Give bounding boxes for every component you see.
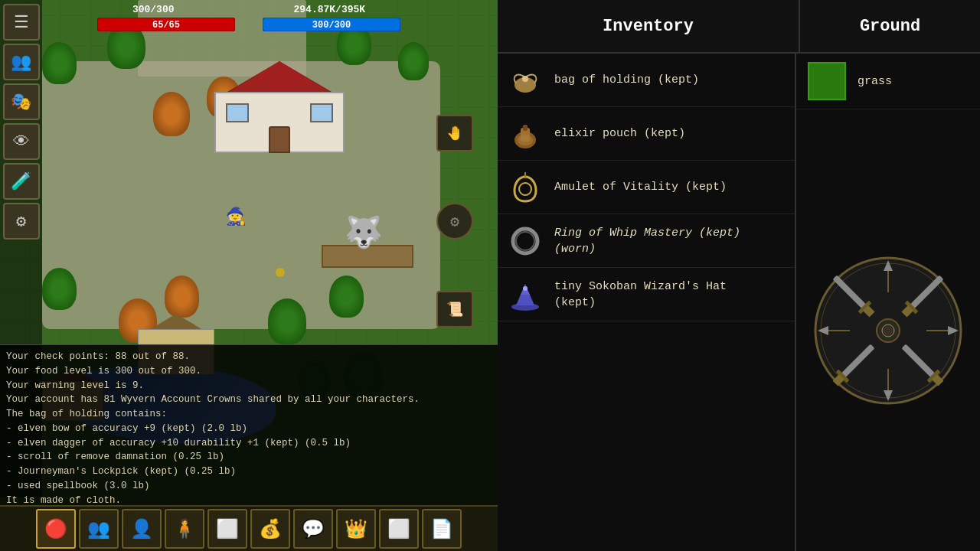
svg-point-7: [519, 183, 531, 195]
inventory-list: bag of holding (kept) elixir pouch (kept…: [498, 54, 796, 551]
bottom-icon-group[interactable]: 👥: [79, 509, 119, 549]
item-indicator: [276, 268, 285, 277]
log-line-10: - used spellbook (3.0 lb): [6, 479, 492, 494]
game-panel: 🧙 🐺 ⚙ 🤚 📜 300/300 294.87K/395K 65/65: [0, 0, 498, 551]
item-name-ring: Ring of Whip Mastery (kept)(worn): [554, 225, 740, 257]
log-line-2: Your food level is 300 out of 300.: [6, 364, 492, 379]
hand-item[interactable]: 🤚: [436, 115, 473, 152]
bottom-icon-gold[interactable]: 💰: [250, 509, 290, 549]
scroll-item[interactable]: 📜: [436, 291, 473, 328]
mana-text: 300/300: [263, 18, 400, 32]
bottom-icon-scroll[interactable]: 📄: [422, 509, 462, 549]
item-name-hat: tiny Sokoban Wizard's Hat(kept): [554, 279, 727, 311]
bottom-icon-crown[interactable]: 👑: [336, 509, 376, 549]
sidebar-icon-settings[interactable]: ⚙: [3, 203, 40, 240]
compass: [812, 254, 965, 407]
sidebar-icon-mask[interactable]: 🎭: [3, 83, 40, 120]
log-line-8: - scroll of remove damnation (0.25 lb): [6, 450, 492, 465]
item-name-bag: bag of holding (kept): [554, 72, 699, 88]
svg-point-9: [516, 232, 534, 250]
top-right-stat: 294.87K/395K: [293, 4, 365, 15]
resource-row-top: 300/300 294.87K/395K: [132, 4, 365, 15]
inventory-item-1[interactable]: elixir pouch (kept): [498, 107, 795, 161]
sidebar-icon-menu[interactable]: ☰: [3, 4, 40, 41]
log-line-9: - Journeyman's Lockpick (kept) (0.25 lb): [6, 465, 492, 479]
ground-panel: grass: [796, 54, 980, 551]
bottom-bar: 🔴 👥 👤 🧍 ⬜ 💰 💬 👑 ⬜ 📄: [0, 505, 498, 551]
item-icon-bag: [507, 62, 544, 99]
panels-content: bag of holding (kept) elixir pouch (kept…: [498, 54, 980, 551]
ground-item-grass[interactable]: grass: [796, 54, 980, 109]
panel-headers: Inventory Ground: [498, 0, 980, 54]
resource-row-bars: 65/65 300/300: [97, 18, 400, 31]
sidebar-icon-potion[interactable]: 🧪: [3, 163, 40, 200]
bottom-icon-person[interactable]: 👤: [122, 509, 162, 549]
log-line-5: The bag of holding contains:: [6, 407, 492, 422]
inventory-item-4[interactable]: tiny Sokoban Wizard's Hat(kept): [498, 268, 795, 321]
sidebar-icon-eye[interactable]: 👁: [3, 123, 40, 160]
inventory-item-2[interactable]: Amulet of Vitality (kept): [498, 161, 795, 214]
svg-rect-4: [523, 125, 528, 131]
log-line-7: - elven dagger of accuracy +10 durabilit…: [6, 436, 492, 451]
gear-item[interactable]: ⚙: [436, 203, 473, 240]
ground-header: Ground: [800, 0, 980, 52]
item-icon-ring: [507, 223, 544, 259]
log-line-4: Your account has 81 Wyvern Account Crown…: [6, 393, 492, 407]
inventory-item-0[interactable]: bag of holding (kept): [498, 54, 795, 107]
log-line-6: - elven bow of accuracy +9 (kept) (2.0 l…: [6, 422, 492, 436]
log-line-3: Your warning level is 9.: [6, 379, 492, 393]
log-line-1: Your check points: 88 out of 88.: [6, 350, 492, 364]
bottom-icon-fire[interactable]: 🔴: [36, 509, 76, 549]
sidebar-icon-characters[interactable]: 👥: [3, 44, 40, 80]
inventory-header: Inventory: [498, 0, 800, 52]
mana-bar: 300/300: [263, 18, 400, 31]
svg-point-35: [882, 324, 894, 337]
item-icon-hat: [507, 276, 544, 313]
tree: [268, 298, 306, 344]
log-panel: Your check points: 88 out of 88. Your fo…: [0, 344, 498, 505]
log-line-11: It is made of cloth.: [6, 494, 492, 506]
item-icon-pouch: [507, 116, 544, 152]
item-name-pouch: elixir pouch (kept): [554, 126, 685, 142]
svg-point-1: [522, 76, 528, 82]
top-left-stat: 300/300: [132, 4, 175, 15]
npc-monster: 🐺: [345, 214, 383, 252]
item-icon-amulet: [507, 169, 544, 206]
inventory-title: Inventory: [603, 17, 694, 36]
health-text: 65/65: [98, 18, 234, 32]
ground-item-name-grass: grass: [858, 75, 892, 88]
bottom-icon-blank2[interactable]: ⬜: [379, 509, 419, 549]
svg-point-11: [523, 286, 528, 291]
ground-title: Ground: [860, 17, 920, 36]
tree: [329, 276, 364, 318]
right-panel: Inventory Ground bag of holding (kept): [498, 0, 980, 551]
bottom-icon-chat[interactable]: 💬: [293, 509, 333, 549]
top-hud: 300/300 294.87K/395K 65/65 300/300: [42, 0, 456, 50]
item-name-amulet: Amulet of Vitality (kept): [554, 179, 727, 195]
building: [214, 61, 345, 153]
tree-autumn: [165, 276, 199, 318]
player-character: 🧙: [226, 207, 247, 227]
svg-point-5: [518, 135, 533, 145]
compass-area: [796, 109, 980, 551]
inventory-item-3[interactable]: Ring of Whip Mastery (kept)(worn): [498, 214, 795, 268]
bottom-icon-blank1[interactable]: ⬜: [207, 509, 247, 549]
tree-autumn: [153, 92, 190, 136]
grass-icon: [807, 61, 847, 101]
health-bar: 65/65: [97, 18, 235, 31]
bottom-icon-figure[interactable]: 🧍: [165, 509, 204, 549]
tree: [42, 268, 77, 310]
